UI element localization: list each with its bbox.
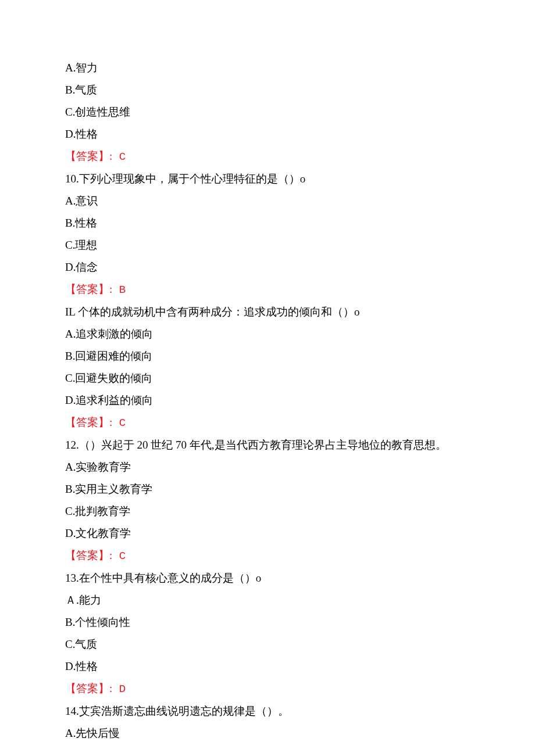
answer-value: C (112, 417, 126, 429)
q9-option-c: C.创造性思维 (65, 101, 470, 123)
q10-option-a: A.意识 (65, 190, 470, 212)
q9-answer: 【答案】: C (65, 145, 470, 168)
q12-option-b: B.实用主义教育学 (65, 478, 470, 500)
document-page: A.智力 B.气质 C.创造性思维 D.性格 【答案】: C 10.下列心理现象… (0, 0, 535, 756)
q12-option-a: A.实验教育学 (65, 456, 470, 478)
q13-option-c: C.气质 (65, 633, 470, 655)
q13-stem: 13.在个性中具有核心意义的成分是（）o (65, 567, 470, 589)
q14-stem: 14.艾宾浩斯遗忘曲线说明遗忘的规律是（）。 (65, 700, 470, 722)
q12-stem: 12.（）兴起于 20 世纪 70 年代,是当代西方教育理论界占主导地位的教育思… (65, 434, 470, 456)
answer-value: D (112, 683, 126, 696)
answer-value: C (112, 151, 126, 163)
q12-option-c: C.批判教育学 (65, 500, 470, 522)
q10-stem: 10.下列心理现象中，属于个性心理特征的是（）o (65, 168, 470, 190)
q13-option-a: Ａ.能力 (65, 589, 470, 611)
q11-option-d: D.追求利益的倾向 (65, 389, 470, 411)
q10-option-d: D.信念 (65, 256, 470, 278)
q14-option-a: A.先快后慢 (65, 722, 470, 744)
q12-option-d: D.文化教育学 (65, 522, 470, 544)
q9-option-a: A.智力 (65, 57, 470, 79)
answer-value: B (112, 284, 126, 296)
q12-answer: 【答案】: C (65, 544, 470, 567)
answer-label: 【答案】: (65, 682, 112, 694)
answer-label: 【答案】: (65, 150, 112, 162)
q9-option-d: D.性格 (65, 123, 470, 145)
q13-option-b: B.个性倾向性 (65, 611, 470, 633)
q11-answer: 【答案】: C (65, 411, 470, 434)
q10-option-b: B.性格 (65, 212, 470, 234)
answer-value: C (112, 550, 126, 562)
q11-option-c: C.回避失败的倾向 (65, 367, 470, 389)
q13-option-d: D.性格 (65, 655, 470, 678)
answer-label: 【答案】: (65, 549, 112, 561)
q10-option-c: C.理想 (65, 234, 470, 256)
q13-answer: 【答案】: D (65, 678, 470, 700)
q10-answer: 【答案】: B (65, 278, 470, 301)
q11-option-a: A.追求刺激的倾向 (65, 323, 470, 345)
answer-label: 【答案】: (65, 416, 112, 428)
q11-stem: IL 个体的成就动机中含有两种成分：追求成功的倾向和（）o (65, 301, 470, 323)
answer-label: 【答案】: (65, 283, 112, 295)
q11-option-b: B.回避困难的倾向 (65, 345, 470, 367)
q9-option-b: B.气质 (65, 79, 470, 101)
